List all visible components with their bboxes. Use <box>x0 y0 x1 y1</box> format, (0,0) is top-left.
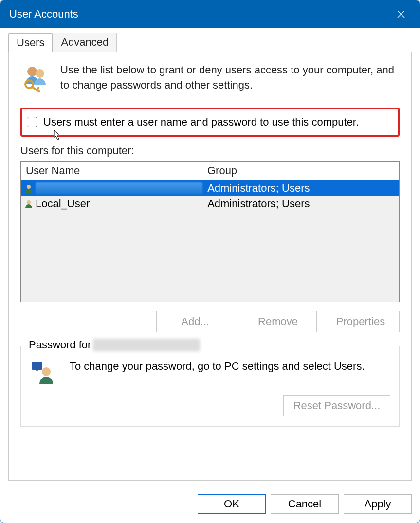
tab-users[interactable]: Users <box>8 33 53 52</box>
user-monitor-icon <box>30 359 57 386</box>
svg-line-6 <box>37 87 39 90</box>
intro-text: Use the list below to grant or deny user… <box>60 63 400 93</box>
password-legend-prefix: Password for <box>29 339 91 351</box>
cancel-button[interactable]: Cancel <box>271 494 339 514</box>
users-keys-icon <box>20 63 52 94</box>
apply-button[interactable]: Apply <box>344 494 412 514</box>
close-button[interactable] <box>391 4 411 24</box>
username-redacted <box>36 182 202 194</box>
table-header: User Name Group <box>21 162 399 180</box>
window-title: User Accounts <box>9 8 391 20</box>
cursor-icon <box>53 129 63 141</box>
ok-button[interactable]: OK <box>198 494 266 514</box>
column-header-group[interactable]: Group <box>202 162 384 180</box>
user-icon <box>24 183 34 193</box>
svg-point-7 <box>27 185 31 189</box>
svg-rect-9 <box>32 362 42 370</box>
column-header-pad <box>384 162 399 180</box>
close-icon <box>396 9 406 19</box>
username-redacted <box>93 339 200 351</box>
dialog-footer: OK Cancel Apply <box>0 488 420 523</box>
user-group: Administrators; Users <box>202 182 396 195</box>
user-icon <box>24 199 34 209</box>
username-cell: Local_User <box>36 198 90 210</box>
users-table: User Name Group Administrators; Users <box>20 161 400 302</box>
require-password-label[interactable]: Users must enter a user name and passwor… <box>43 116 359 128</box>
intro-section: Use the list below to grant or deny user… <box>20 63 400 94</box>
reset-password-button[interactable]: Reset Password... <box>283 395 390 416</box>
table-body: Administrators; Users Local_User Adminis… <box>21 180 399 302</box>
svg-rect-10 <box>36 370 38 371</box>
titlebar: User Accounts <box>0 0 420 28</box>
properties-button[interactable]: Properties <box>322 311 400 332</box>
user-accounts-window: User Accounts Users Advanced Use the l <box>0 0 420 523</box>
password-legend: Password for <box>26 339 203 351</box>
svg-point-2 <box>27 67 37 76</box>
password-instruction: To change your password, go to PC settin… <box>70 359 365 374</box>
require-password-row: Users must enter a user name and passwor… <box>20 108 400 137</box>
require-password-checkbox[interactable] <box>27 117 37 127</box>
user-group: Administrators; Users <box>202 198 396 210</box>
user-buttons-row: Add... Remove Properties <box>20 311 400 332</box>
svg-point-8 <box>27 200 31 204</box>
tabstrip: Users Advanced <box>8 33 412 52</box>
tab-panel-users: Use the list below to grant or deny user… <box>8 52 412 481</box>
table-row[interactable]: Local_User Administrators; Users <box>21 196 399 212</box>
dialog-content: Users Advanced Use the list below to gra… <box>0 28 420 488</box>
remove-button[interactable]: Remove <box>239 311 317 332</box>
users-list-label: Users for this computer: <box>20 144 400 157</box>
password-groupbox: Password for To change your password, go… <box>20 346 400 427</box>
add-button[interactable]: Add... <box>156 311 234 332</box>
svg-point-11 <box>42 367 51 376</box>
column-header-username[interactable]: User Name <box>21 162 202 180</box>
table-row[interactable]: Administrators; Users <box>21 180 399 196</box>
svg-point-3 <box>36 69 44 78</box>
tab-advanced[interactable]: Advanced <box>53 33 117 52</box>
